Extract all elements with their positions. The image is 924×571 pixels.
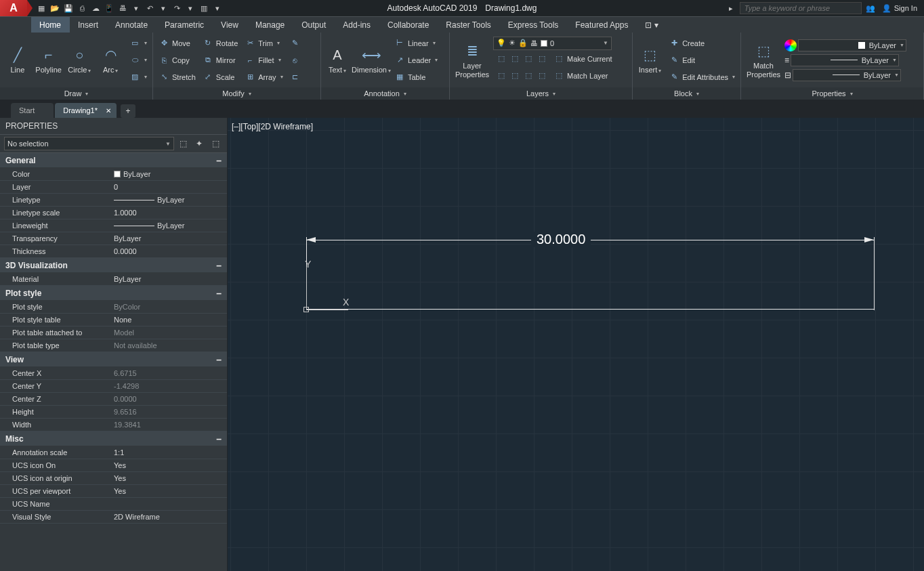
undo-icon[interactable]: ↶: [144, 2, 156, 14]
stretch-button[interactable]: ⤡Stretch: [156, 69, 198, 85]
rotate-button[interactable]: ↻Rotate: [200, 35, 240, 51]
dimension-button[interactable]: ⟷Dimension▾: [352, 34, 390, 86]
tab-express[interactable]: Express Tools: [500, 17, 567, 33]
category-plot-style[interactable]: Plot style–: [0, 286, 227, 301]
prop-layer[interactable]: Layer0: [0, 181, 227, 194]
create-block-button[interactable]: ✚Create: [666, 35, 738, 51]
prop-center-z[interactable]: Center Z0.0000: [0, 393, 227, 406]
plot-icon[interactable]: 🖶: [117, 2, 129, 14]
prop-height[interactable]: Height9.6516: [0, 406, 227, 419]
edit-attr-button[interactable]: ✎Edit Attributes▾: [666, 69, 738, 85]
copy-button[interactable]: ⎘Copy: [156, 52, 198, 68]
prop-transparency[interactable]: TransparencyByLayer: [0, 232, 227, 245]
insert-block-button[interactable]: ⬚Insert▾: [635, 34, 665, 86]
tab-addins[interactable]: Add-ins: [335, 17, 379, 33]
prop-plot-style-table[interactable]: Plot style tableNone: [0, 314, 227, 326]
category-3d-visualization[interactable]: 3D Visualization–: [0, 258, 227, 273]
save-icon[interactable]: 💾: [62, 2, 75, 14]
panel-title-properties[interactable]: Properties▾: [741, 87, 923, 100]
color-wheel-icon[interactable]: [784, 39, 797, 51]
trim-button[interactable]: ✂Trim▾: [242, 35, 285, 51]
tab-featured[interactable]: Featured Apps: [567, 17, 637, 33]
ellipse-button[interactable]: ⬭▾: [127, 52, 150, 68]
prop-ucs-icon-on[interactable]: UCS icon OnYes: [0, 459, 227, 472]
redo-icon[interactable]: ↷: [171, 2, 183, 14]
tab-parametric[interactable]: Parametric: [156, 17, 213, 33]
prop-center-x[interactable]: Center X6.6715: [0, 367, 227, 380]
drawn-line[interactable]: [306, 309, 874, 310]
tab-manage[interactable]: Manage: [247, 17, 293, 33]
text-button[interactable]: AText▾: [324, 34, 351, 86]
match-layer-button[interactable]: ⬚Match Layer: [551, 68, 611, 84]
tab-collaborate[interactable]: Collaborate: [379, 17, 438, 33]
panel-title-annotation[interactable]: Annotation▾: [321, 87, 449, 100]
prop-ucs-name[interactable]: UCS Name: [0, 498, 227, 511]
match-properties-button[interactable]: ⬚Match Properties: [744, 34, 783, 86]
search-arrow-icon[interactable]: ▸: [725, 2, 737, 14]
drawing-canvas[interactable]: [–][Top][2D Wireframe] 30.0000 X Y: [228, 118, 924, 571]
line-button[interactable]: ╱Line: [3, 34, 33, 86]
scale-button[interactable]: ⤢Scale: [200, 69, 240, 85]
tab-insert[interactable]: Insert: [70, 17, 107, 33]
pim-icon[interactable]: ⬚: [208, 136, 223, 151]
prop-material[interactable]: MaterialByLayer: [0, 273, 227, 286]
add-tab-button[interactable]: +: [121, 104, 135, 118]
circle-button[interactable]: ○Circle▾: [65, 34, 95, 86]
fillet-button[interactable]: ⌐Fillet▾: [242, 52, 285, 68]
linetype-combo[interactable]: ByLayer: [793, 69, 901, 81]
workspace-icon[interactable]: ▥: [198, 2, 210, 14]
tab-view[interactable]: View: [213, 17, 247, 33]
prop-center-y[interactable]: Center Y-1.4298: [0, 380, 227, 393]
prop-color[interactable]: ColorByLayer: [0, 168, 227, 181]
category-misc[interactable]: Misc–: [0, 431, 227, 446]
dimension-text[interactable]: 30.0000: [531, 232, 591, 247]
mirror-button[interactable]: ⧉Mirror: [200, 52, 240, 68]
layer-misc-buttons2[interactable]: ⬚⬚⬚⬚: [493, 68, 550, 84]
leader-button[interactable]: ↗Leader▾: [392, 52, 440, 68]
layer-properties-button[interactable]: ≣Layer Properties: [453, 34, 492, 86]
new-icon[interactable]: ▦: [35, 2, 47, 14]
edit-block-button[interactable]: ✎Edit: [666, 52, 738, 68]
prop-ucs-icon-at-origin[interactable]: UCS icon at originYes: [0, 472, 227, 485]
explode-button[interactable]: ⎋: [287, 52, 303, 68]
category-general[interactable]: General–: [0, 153, 227, 168]
search-input[interactable]: [740, 2, 862, 14]
prop-plot-table-attached-to[interactable]: Plot table attached toModel: [0, 326, 227, 339]
saveas-icon[interactable]: ⎙: [76, 2, 88, 14]
lineweight-combo[interactable]: ByLayer: [791, 54, 899, 66]
prop-lineweight[interactable]: LineweightByLayer: [0, 219, 227, 232]
pickset-icon[interactable]: ✦: [192, 136, 207, 151]
filetab-drawing1[interactable]: Drawing1*✕: [55, 103, 117, 118]
linear-button[interactable]: ⊢Linear▾: [392, 35, 440, 51]
polyline-button[interactable]: ⌐Polyline: [34, 34, 64, 86]
prop-width[interactable]: Width19.3841: [0, 419, 227, 431]
layer-misc-buttons[interactable]: ⬚⬚⬚⬚: [493, 51, 550, 67]
prop-plot-table-type[interactable]: Plot table typeNot available: [0, 339, 227, 352]
tab-raster[interactable]: Raster Tools: [438, 17, 499, 33]
mobile-icon[interactable]: 📱: [103, 2, 115, 14]
linetype-ribbon-icon[interactable]: ⊟: [784, 70, 791, 80]
filetab-start[interactable]: Start: [11, 103, 54, 118]
redo-dd[interactable]: ▾: [184, 2, 196, 14]
panel-title-layers[interactable]: Layers▾: [450, 87, 632, 100]
tab-annotate[interactable]: Annotate: [107, 17, 156, 33]
prop-ucs-per-viewport[interactable]: UCS per viewportYes: [0, 485, 227, 498]
close-icon[interactable]: ✕: [106, 107, 111, 114]
table-button[interactable]: ▦Table: [392, 69, 440, 85]
publish-icon[interactable]: ☁: [89, 2, 102, 14]
erase-button[interactable]: ✎: [287, 35, 303, 51]
a360-icon[interactable]: 👥: [864, 2, 877, 14]
prop-plot-style[interactable]: Plot styleByColor: [0, 301, 227, 314]
arc-button[interactable]: ◠Arc▾: [96, 34, 125, 86]
tab-home[interactable]: Home: [31, 17, 70, 33]
open-icon[interactable]: 📂: [49, 2, 61, 14]
make-current-button[interactable]: ⬚Make Current: [551, 51, 615, 67]
tab-output[interactable]: Output: [293, 17, 335, 33]
move-button[interactable]: ✥Move: [156, 35, 198, 51]
color-combo[interactable]: ByLayer: [798, 39, 906, 51]
offset-button[interactable]: ⊏: [287, 69, 303, 85]
dim-extension-2[interactable]: [874, 237, 875, 310]
selection-dropdown[interactable]: No selection▼: [4, 137, 174, 150]
panel-title-block[interactable]: Block▾: [633, 87, 740, 100]
hatch-button[interactable]: ▨▾: [127, 69, 150, 85]
